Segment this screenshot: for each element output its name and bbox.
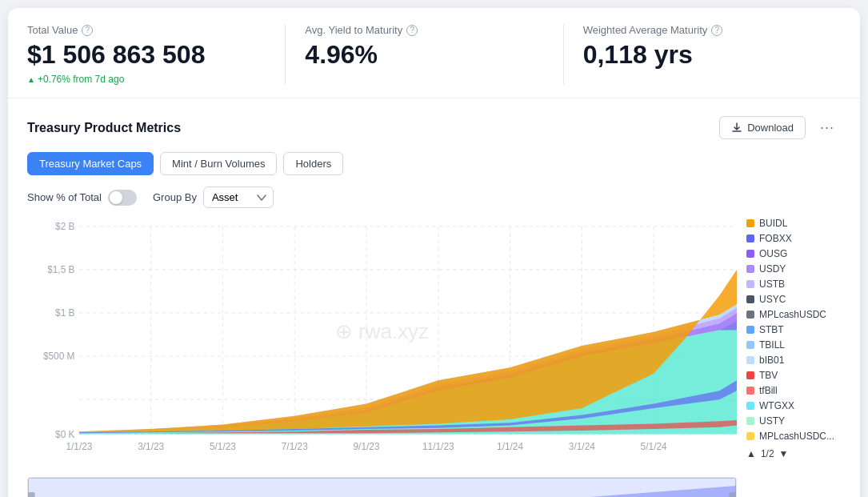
- legend-color-mplcashusdc: [746, 311, 754, 319]
- legend-item-buidl: BUIDL: [746, 218, 841, 229]
- legend-color-tfbill: [746, 387, 754, 395]
- svg-text:5/1/24: 5/1/24: [641, 441, 667, 452]
- svg-text:$1 B: $1 B: [55, 307, 75, 319]
- svg-text:9/1/23: 9/1/23: [354, 441, 380, 452]
- legend-item-fobxx: FOBXX: [746, 233, 841, 244]
- svg-text:$2 B: $2 B: [55, 221, 75, 232]
- avg-yield-help-icon[interactable]: ?: [406, 25, 418, 36]
- avg-yield-value: 4.96%: [305, 41, 543, 69]
- legend-color-bib01: [746, 356, 754, 364]
- weighted-maturity-label: Weighted Average Maturity ?: [583, 24, 822, 36]
- legend-color-fobxx: [746, 234, 754, 242]
- legend-color-ustb: [746, 280, 754, 288]
- legend-item-bib01: bIB01: [746, 355, 841, 366]
- chart-title: Treasury Product Metrics: [27, 121, 181, 135]
- svg-text:$1,5 B: $1,5 B: [47, 264, 74, 275]
- show-pct-toggle-label: Show % of Total: [27, 190, 137, 206]
- total-value-label: Total Value ?: [27, 24, 266, 36]
- download-icon: [731, 122, 742, 134]
- svg-text:$0 K: $0 K: [55, 429, 75, 440]
- weighted-maturity-metric: Weighted Average Maturity ? 0,118 yrs: [563, 24, 841, 85]
- mini-chart-svg: [28, 478, 736, 497]
- legend-item-tbill: TBILL: [746, 339, 841, 351]
- tab-mint-burn-volumes[interactable]: Mint / Burn Volumes: [160, 152, 277, 175]
- svg-text:1/1/24: 1/1/24: [497, 441, 523, 452]
- weighted-maturity-help-icon[interactable]: ?: [711, 25, 722, 36]
- main-container: Total Value ? $1 506 863 508 ▲ +0.76% fr…: [8, 8, 860, 497]
- legend-item-stbt: STBT: [746, 324, 841, 335]
- legend-color-usdy: [746, 265, 754, 273]
- prev-page-arrow-icon[interactable]: ▲: [746, 448, 756, 459]
- change-arrow-icon: ▲: [27, 75, 35, 84]
- avg-yield-metric: Avg. Yield to Maturity ? 4.96%: [285, 24, 562, 85]
- total-value-value: $1 506 863 508: [27, 41, 266, 69]
- more-options-button[interactable]: ···: [814, 114, 841, 141]
- svg-text:$500 M: $500 M: [43, 351, 75, 363]
- metrics-bar: Total Value ? $1 506 863 508 ▲ +0.76% fr…: [8, 8, 860, 98]
- avg-yield-label: Avg. Yield to Maturity ?: [305, 24, 543, 36]
- tab-holders[interactable]: Holders: [283, 152, 343, 175]
- chart-section: Treasury Product Metrics Download ··· Tr…: [8, 98, 860, 497]
- page-info: 1/2: [761, 448, 774, 459]
- total-value-change: ▲ +0.76% from 7d ago: [27, 74, 266, 85]
- chart-area: $2 B $1,5 B $1 B $500 M $0 K: [27, 218, 737, 497]
- total-value-help-icon[interactable]: ?: [82, 25, 93, 36]
- svg-text:11/1/23: 11/1/23: [422, 441, 454, 452]
- legend-color-usyc: [746, 295, 754, 303]
- svg-text:7/1/23: 7/1/23: [282, 441, 308, 452]
- svg-rect-31: [28, 492, 35, 497]
- svg-text:1/1/23: 1/1/23: [66, 441, 92, 452]
- chart-tabs: Treasury Market Caps Mint / Burn Volumes…: [27, 152, 841, 175]
- legend-color-ousg: [746, 250, 754, 258]
- legend-item-usty: USTY: [746, 415, 841, 427]
- legend-item-usyc: USYC: [746, 294, 841, 305]
- svg-text:5/1/23: 5/1/23: [210, 441, 236, 452]
- legend-color-mplcashusdc2: [746, 432, 754, 440]
- next-page-arrow-icon[interactable]: ▼: [779, 448, 789, 459]
- legend-color-usty: [746, 417, 754, 425]
- group-by-control: Group By Asset Protocol: [153, 186, 274, 208]
- chart-wrapper: $2 B $1,5 B $1 B $500 M $0 K: [27, 218, 841, 497]
- legend-color-tbill: [746, 341, 754, 349]
- total-value-metric: Total Value ? $1 506 863 508 ▲ +0.76% fr…: [27, 24, 285, 85]
- download-button[interactable]: Download: [719, 116, 806, 139]
- show-pct-toggle[interactable]: [108, 190, 137, 206]
- toggle-knob: [110, 191, 122, 204]
- legend-color-tbv: [746, 371, 754, 379]
- legend-item-mplcashusdc2: MPLcashUSDC...: [746, 431, 841, 442]
- svg-text:⊕ rwa.xyz: ⊕ rwa.xyz: [335, 320, 429, 344]
- legend-item-ousg: OUSG: [746, 248, 841, 259]
- legend-item-usdy: USDY: [746, 263, 841, 275]
- svg-text:3/1/23: 3/1/23: [138, 441, 164, 452]
- legend-item-tbv: TBV: [746, 370, 841, 381]
- legend-color-wtgxx: [746, 402, 754, 410]
- legend-item-wtgxx: WTGXX: [746, 400, 841, 411]
- group-by-select[interactable]: Asset Protocol: [203, 186, 274, 208]
- more-dots-icon: ···: [820, 119, 834, 136]
- svg-rect-32: [729, 492, 736, 497]
- chart-controls: Show % of Total Group By Asset Protocol: [27, 186, 841, 208]
- chart-legend: BUIDL FOBXX OUSG USDY USTB: [737, 218, 841, 497]
- legend-pagination: ▲ 1/2 ▼: [746, 448, 841, 459]
- legend-color-stbt: [746, 326, 754, 334]
- svg-text:3/1/24: 3/1/24: [569, 441, 595, 452]
- mini-chart[interactable]: Jan '23 May '23 Sep '23 Jan '24 May '24: [27, 477, 737, 497]
- weighted-maturity-value: 0,118 yrs: [583, 41, 822, 69]
- legend-color-buidl: [746, 219, 754, 227]
- legend-item-tfbill: tfBill: [746, 385, 841, 396]
- main-chart-svg: $2 B $1,5 B $1 B $500 M $0 K: [27, 218, 737, 469]
- chart-header-actions: Download ···: [719, 114, 841, 141]
- tab-treasury-market-caps[interactable]: Treasury Market Caps: [27, 152, 154, 175]
- legend-item-mplcashusdc: MPLcashUSDC: [746, 309, 841, 320]
- legend-item-ustb: USTB: [746, 279, 841, 290]
- chart-header: Treasury Product Metrics Download ···: [27, 114, 841, 141]
